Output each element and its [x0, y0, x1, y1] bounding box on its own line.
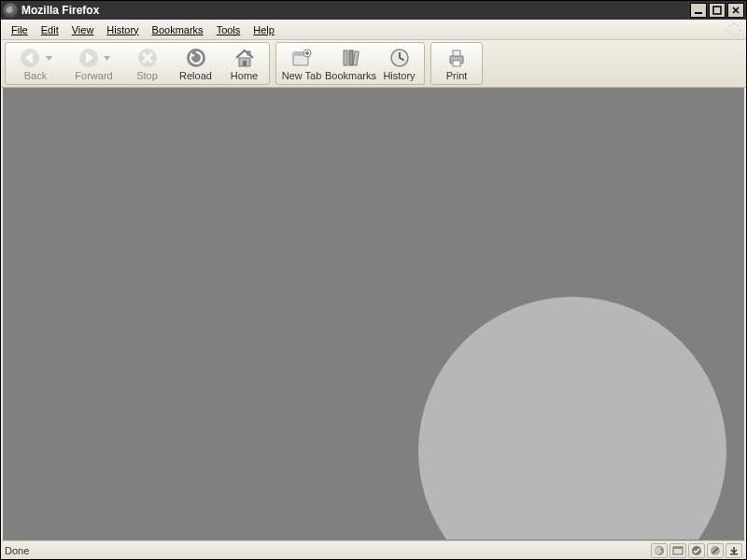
bookmarks-icon — [339, 47, 363, 69]
browser-window: Mozilla Firefox File Edit View History B… — [0, 0, 747, 560]
history-button[interactable]: History — [374, 44, 423, 83]
menu-tools[interactable]: Tools — [210, 22, 247, 37]
menu-edit[interactable]: Edit — [35, 22, 65, 37]
reload-icon — [184, 47, 208, 69]
svg-point-6 — [738, 33, 740, 35]
svg-rect-26 — [453, 50, 460, 56]
status-icons — [651, 543, 742, 558]
newtab-button[interactable]: New Tab — [277, 44, 326, 83]
status-firefox-icon[interactable] — [651, 543, 668, 558]
svg-point-10 — [728, 24, 730, 26]
svg-rect-2 — [713, 7, 721, 14]
stop-icon — [135, 47, 160, 69]
svg-point-8 — [729, 33, 731, 35]
page-viewport[interactable] — [3, 88, 744, 540]
throbber-icon — [726, 21, 742, 38]
home-button[interactable]: Home — [219, 44, 268, 83]
svg-point-9 — [727, 29, 729, 31]
print-button[interactable]: Print — [432, 44, 481, 83]
status-download-icon[interactable] — [726, 543, 742, 558]
svg-rect-23 — [353, 51, 359, 65]
print-icon — [444, 47, 469, 69]
history-icon — [388, 47, 412, 69]
stop-button[interactable]: Stop — [122, 44, 171, 83]
nav-group: Back Forward Stop — [5, 42, 270, 85]
menu-file[interactable]: File — [5, 22, 35, 37]
svg-rect-1 — [695, 12, 702, 14]
back-arrow-icon — [19, 47, 43, 69]
svg-rect-30 — [673, 547, 683, 549]
svg-point-3 — [733, 22, 735, 24]
status-script-icon[interactable] — [688, 543, 705, 558]
status-block-icon[interactable] — [707, 543, 724, 558]
back-dropdown-icon[interactable] — [45, 47, 52, 69]
menu-view[interactable]: View — [65, 22, 101, 37]
svg-point-7 — [733, 35, 735, 37]
titlebar: Mozilla Firefox — [1, 1, 746, 20]
forward-dropdown-icon[interactable] — [104, 47, 111, 69]
maximize-button[interactable] — [709, 3, 726, 18]
menu-help[interactable]: Help — [247, 22, 281, 37]
back-button[interactable]: Back — [7, 44, 64, 83]
firefox-icon — [3, 3, 18, 18]
svg-rect-21 — [344, 50, 347, 65]
statusbar: Done — [1, 540, 746, 559]
svg-rect-22 — [349, 50, 353, 65]
print-group: Print — [430, 42, 483, 85]
forward-button[interactable]: Forward — [64, 44, 122, 83]
newtab-icon — [289, 47, 314, 69]
menubar: File Edit View History Bookmarks Tools H… — [1, 20, 746, 40]
svg-rect-34 — [730, 553, 738, 555]
toolbar: Back Forward Stop — [1, 40, 746, 88]
minimize-button[interactable] — [690, 3, 707, 18]
close-button[interactable] — [727, 3, 744, 18]
menu-history[interactable]: History — [100, 22, 145, 37]
window-controls — [690, 3, 744, 18]
page-circle-graphic[interactable] — [418, 297, 726, 540]
forward-arrow-icon — [78, 47, 102, 69]
home-icon — [233, 47, 257, 69]
status-text: Done — [5, 545, 651, 556]
bookmarks-button[interactable]: Bookmarks — [326, 44, 374, 83]
status-window-icon[interactable] — [669, 543, 686, 558]
svg-rect-17 — [247, 51, 250, 55]
reload-button[interactable]: Reload — [171, 44, 219, 83]
svg-point-5 — [740, 29, 741, 31]
svg-rect-16 — [243, 61, 247, 66]
page-group: New Tab Bookmarks History — [275, 42, 425, 85]
window-title: Mozilla Firefox — [21, 4, 99, 17]
svg-point-4 — [737, 24, 739, 26]
svg-rect-27 — [453, 61, 460, 66]
menu-bookmarks[interactable]: Bookmarks — [146, 22, 210, 37]
